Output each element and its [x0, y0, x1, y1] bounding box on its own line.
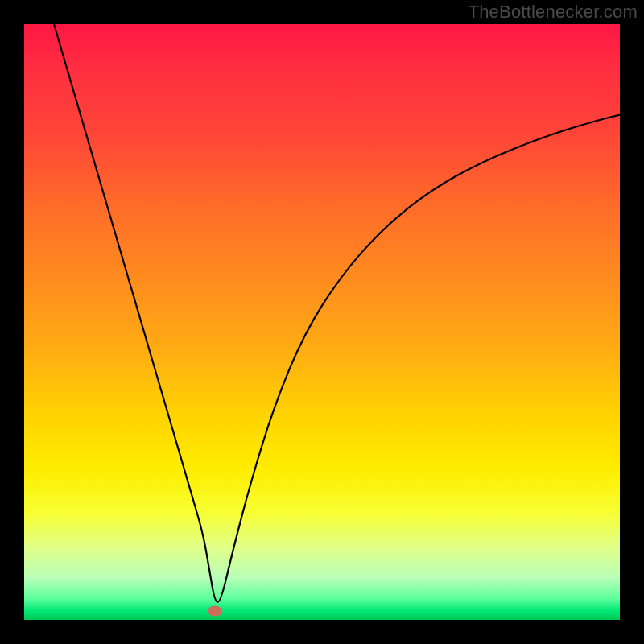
optimum-marker — [208, 605, 222, 616]
watermark-text: TheBottlenecker.com — [469, 2, 638, 23]
curve-svg — [24, 24, 620, 620]
plot-gradient-area — [24, 24, 620, 620]
bottleneck-curve — [54, 24, 620, 602]
